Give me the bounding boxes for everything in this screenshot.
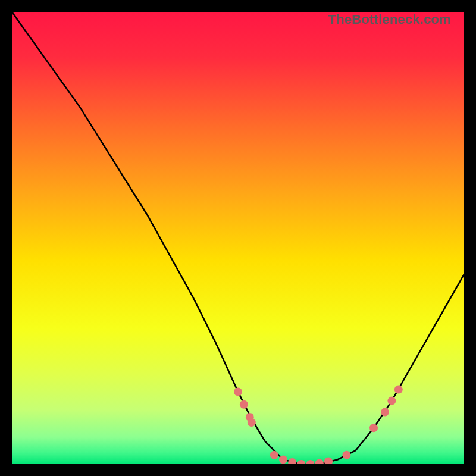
data-point	[279, 455, 287, 464]
data-point	[248, 418, 256, 427]
watermark-text: TheBottleneck.com	[328, 12, 451, 27]
data-point	[342, 451, 350, 459]
data-point	[240, 400, 248, 409]
data-point	[394, 386, 403, 394]
data-point	[369, 424, 378, 432]
chart-frame: TheBottleneck.com	[12, 12, 464, 464]
data-point	[234, 387, 242, 396]
gradient-background	[12, 12, 464, 464]
bottleneck-chart	[12, 12, 464, 464]
data-point	[270, 451, 278, 459]
data-point	[387, 397, 396, 405]
data-point	[381, 408, 389, 416]
